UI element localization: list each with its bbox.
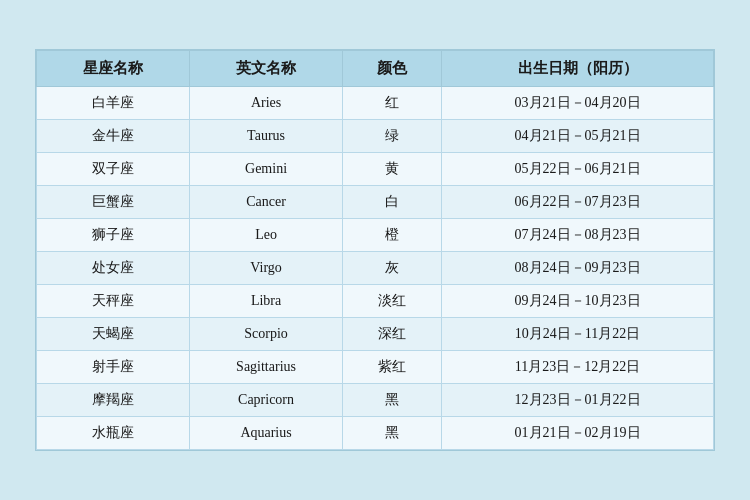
cell-dates: 12月23日－01月22日 <box>442 384 714 417</box>
cell-english-name: Aquarius <box>190 417 343 450</box>
cell-chinese-name: 巨蟹座 <box>37 186 190 219</box>
zodiac-table: 星座名称 英文名称 颜色 出生日期（阳历） 白羊座Aries红03月21日－04… <box>36 50 714 450</box>
cell-chinese-name: 天蝎座 <box>37 318 190 351</box>
cell-english-name: Scorpio <box>190 318 343 351</box>
cell-dates: 05月22日－06月21日 <box>442 153 714 186</box>
header-color: 颜色 <box>343 51 442 87</box>
cell-english-name: Virgo <box>190 252 343 285</box>
cell-english-name: Capricorn <box>190 384 343 417</box>
table-row: 天蝎座Scorpio深红10月24日－11月22日 <box>37 318 714 351</box>
cell-color: 紫红 <box>343 351 442 384</box>
table-row: 水瓶座Aquarius黑01月21日－02月19日 <box>37 417 714 450</box>
cell-color: 灰 <box>343 252 442 285</box>
cell-dates: 08月24日－09月23日 <box>442 252 714 285</box>
cell-color: 黑 <box>343 384 442 417</box>
cell-english-name: Aries <box>190 87 343 120</box>
cell-color: 橙 <box>343 219 442 252</box>
table-row: 摩羯座Capricorn黑12月23日－01月22日 <box>37 384 714 417</box>
table-row: 天秤座Libra淡红09月24日－10月23日 <box>37 285 714 318</box>
cell-chinese-name: 水瓶座 <box>37 417 190 450</box>
cell-chinese-name: 天秤座 <box>37 285 190 318</box>
cell-english-name: Cancer <box>190 186 343 219</box>
table-row: 双子座Gemini黄05月22日－06月21日 <box>37 153 714 186</box>
cell-english-name: Libra <box>190 285 343 318</box>
cell-color: 淡红 <box>343 285 442 318</box>
cell-color: 深红 <box>343 318 442 351</box>
table-row: 射手座Sagittarius紫红11月23日－12月22日 <box>37 351 714 384</box>
cell-dates: 11月23日－12月22日 <box>442 351 714 384</box>
cell-dates: 09月24日－10月23日 <box>442 285 714 318</box>
table-row: 金牛座Taurus绿04月21日－05月21日 <box>37 120 714 153</box>
cell-color: 黄 <box>343 153 442 186</box>
cell-dates: 06月22日－07月23日 <box>442 186 714 219</box>
zodiac-table-container: 星座名称 英文名称 颜色 出生日期（阳历） 白羊座Aries红03月21日－04… <box>35 49 715 451</box>
cell-english-name: Sagittarius <box>190 351 343 384</box>
cell-dates: 10月24日－11月22日 <box>442 318 714 351</box>
cell-dates: 01月21日－02月19日 <box>442 417 714 450</box>
cell-english-name: Gemini <box>190 153 343 186</box>
cell-chinese-name: 狮子座 <box>37 219 190 252</box>
header-chinese-name: 星座名称 <box>37 51 190 87</box>
cell-color: 白 <box>343 186 442 219</box>
cell-chinese-name: 摩羯座 <box>37 384 190 417</box>
cell-english-name: Taurus <box>190 120 343 153</box>
table-row: 巨蟹座Cancer白06月22日－07月23日 <box>37 186 714 219</box>
cell-chinese-name: 双子座 <box>37 153 190 186</box>
cell-chinese-name: 处女座 <box>37 252 190 285</box>
header-dates: 出生日期（阳历） <box>442 51 714 87</box>
table-body: 白羊座Aries红03月21日－04月20日金牛座Taurus绿04月21日－0… <box>37 87 714 450</box>
cell-dates: 03月21日－04月20日 <box>442 87 714 120</box>
table-header-row: 星座名称 英文名称 颜色 出生日期（阳历） <box>37 51 714 87</box>
header-english-name: 英文名称 <box>190 51 343 87</box>
cell-color: 绿 <box>343 120 442 153</box>
cell-color: 红 <box>343 87 442 120</box>
cell-chinese-name: 白羊座 <box>37 87 190 120</box>
cell-color: 黑 <box>343 417 442 450</box>
table-row: 白羊座Aries红03月21日－04月20日 <box>37 87 714 120</box>
cell-chinese-name: 射手座 <box>37 351 190 384</box>
cell-chinese-name: 金牛座 <box>37 120 190 153</box>
cell-dates: 04月21日－05月21日 <box>442 120 714 153</box>
cell-english-name: Leo <box>190 219 343 252</box>
table-row: 狮子座Leo橙07月24日－08月23日 <box>37 219 714 252</box>
cell-dates: 07月24日－08月23日 <box>442 219 714 252</box>
table-row: 处女座Virgo灰08月24日－09月23日 <box>37 252 714 285</box>
